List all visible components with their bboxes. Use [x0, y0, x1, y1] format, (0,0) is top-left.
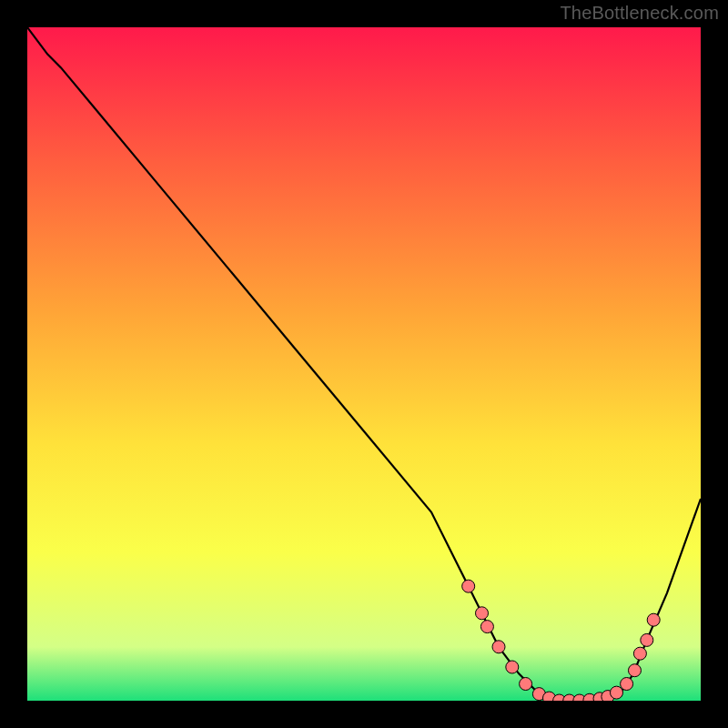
- optimal-point-marker: [480, 621, 493, 633]
- optimal-point-marker: [628, 664, 641, 677]
- chart-svg: [27, 27, 701, 701]
- optimal-point-marker: [611, 686, 623, 699]
- optimal-point-marker: [621, 678, 633, 691]
- optimal-point-marker: [506, 661, 519, 673]
- heatmap-background: [27, 27, 701, 701]
- chart-frame: TheBottleneck.com: [0, 0, 728, 728]
- watermark-text: TheBottleneck.com: [560, 3, 719, 24]
- optimal-point-marker: [476, 607, 489, 620]
- optimal-point-marker: [641, 633, 653, 646]
- optimal-point-marker: [633, 647, 646, 660]
- optimal-point-marker: [647, 613, 660, 626]
- optimal-point-marker: [520, 678, 532, 691]
- plot-area: [27, 27, 701, 701]
- optimal-point-marker: [492, 641, 505, 653]
- optimal-point-marker: [462, 580, 475, 592]
